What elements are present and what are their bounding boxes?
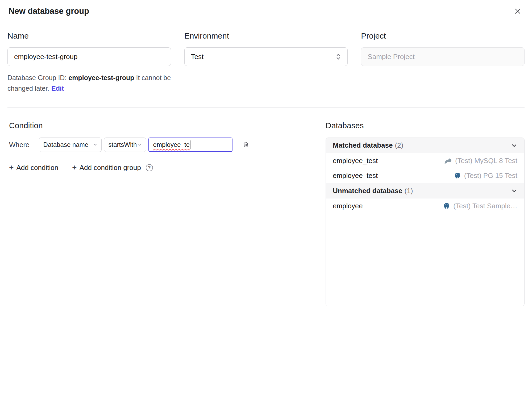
project-field: Project xyxy=(361,31,525,94)
condition-value-input[interactable]: employee_te xyxy=(148,138,232,152)
matched-section-header[interactable]: Matched database(2) xyxy=(326,138,524,153)
dialog-header: New database group xyxy=(0,0,532,22)
name-label: Name xyxy=(7,31,171,40)
delete-condition-button[interactable] xyxy=(239,138,253,152)
edit-link[interactable]: Edit xyxy=(51,85,64,92)
condition-field-select[interactable]: Database name xyxy=(39,138,102,152)
database-row: employee (Test) Test Sample… xyxy=(326,198,524,213)
dialog-title: New database group xyxy=(9,6,89,16)
condition-heading: Condition xyxy=(9,121,326,130)
database-row: employee_test (Test) MySQL 8 Test xyxy=(326,153,524,168)
databases-section: Databases Matched database(2) employee_t… xyxy=(326,121,525,306)
plus-icon: + xyxy=(72,164,77,172)
database-instance: (Test) MySQL 8 Test xyxy=(444,157,517,165)
text-cursor xyxy=(190,140,190,149)
condition-operator-select[interactable]: startsWith xyxy=(104,138,146,152)
chevron-up-down-icon xyxy=(336,53,341,61)
name-field: Name Database Group ID: employee-test-gr… xyxy=(7,31,171,94)
database-instance: (Test) Test Sample… xyxy=(443,202,517,210)
unmatched-section-title: Unmatched database xyxy=(333,187,402,195)
matched-section-title: Matched database xyxy=(333,141,393,149)
database-instance-label: (Test) MySQL 8 Test xyxy=(455,157,517,165)
databases-heading: Databases xyxy=(326,121,525,130)
add-condition-group-button[interactable]: + Add condition group ? xyxy=(72,164,153,172)
environment-field: Environment Test xyxy=(184,31,348,94)
unmatched-section-header[interactable]: Unmatched database(1) xyxy=(326,183,524,198)
condition-operator-value: startsWith xyxy=(109,141,137,148)
mysql-icon xyxy=(444,157,452,164)
where-label: Where xyxy=(9,141,30,149)
database-name: employee_test xyxy=(333,157,378,165)
condition-value-text: employee_te xyxy=(153,141,190,148)
environment-select-value: Test xyxy=(191,53,204,61)
dialog-body: Name Database Group ID: employee-test-gr… xyxy=(0,22,532,306)
database-instance-label: (Test) PG 15 Test xyxy=(464,172,517,180)
form-row: Name Database Group ID: employee-test-gr… xyxy=(7,31,525,94)
condition-row: Where Database name startsWith employee_… xyxy=(9,138,326,152)
trash-icon xyxy=(242,141,250,148)
environment-label: Environment xyxy=(184,31,348,40)
add-condition-button[interactable]: + Add condition xyxy=(9,164,58,172)
add-condition-group-label: Add condition group xyxy=(80,164,141,172)
condition-actions: + Add condition + Add condition group ? xyxy=(9,164,326,172)
environment-select[interactable]: Test xyxy=(184,47,348,66)
section-divider xyxy=(7,107,525,108)
close-button[interactable] xyxy=(512,5,523,17)
database-name: employee xyxy=(333,202,363,210)
project-input xyxy=(361,47,525,66)
group-id-note-prefix: Database Group ID: xyxy=(7,74,68,81)
postgresql-icon xyxy=(454,172,461,179)
unmatched-section-count: (1) xyxy=(405,187,413,195)
group-id-value: employee-test-group xyxy=(68,74,134,81)
plus-icon: + xyxy=(9,164,14,172)
databases-panel: Matched database(2) employee_test (Test)… xyxy=(326,138,525,306)
group-id-note: Database Group ID: employee-test-group I… xyxy=(7,72,171,94)
chevron-down-icon xyxy=(93,142,98,147)
matched-section-count: (2) xyxy=(395,141,403,149)
condition-field-value: Database name xyxy=(43,141,88,148)
project-label: Project xyxy=(361,31,525,40)
close-icon xyxy=(513,7,522,15)
condition-section: Condition Where Database name startsWith xyxy=(7,121,326,172)
database-instance: (Test) PG 15 Test xyxy=(454,172,517,180)
chevron-down-icon xyxy=(137,142,142,147)
database-instance-label: (Test) Test Sample… xyxy=(453,202,517,210)
database-name: employee_test xyxy=(333,172,378,180)
panel-empty-space xyxy=(326,213,524,306)
postgresql-icon xyxy=(443,202,450,209)
chevron-down-icon xyxy=(511,142,517,149)
name-input[interactable] xyxy=(7,47,171,66)
help-icon[interactable]: ? xyxy=(146,164,153,171)
database-row: employee_test (Test) PG 15 Test xyxy=(326,168,524,183)
chevron-down-icon xyxy=(511,188,517,194)
add-condition-label: Add condition xyxy=(16,164,59,172)
